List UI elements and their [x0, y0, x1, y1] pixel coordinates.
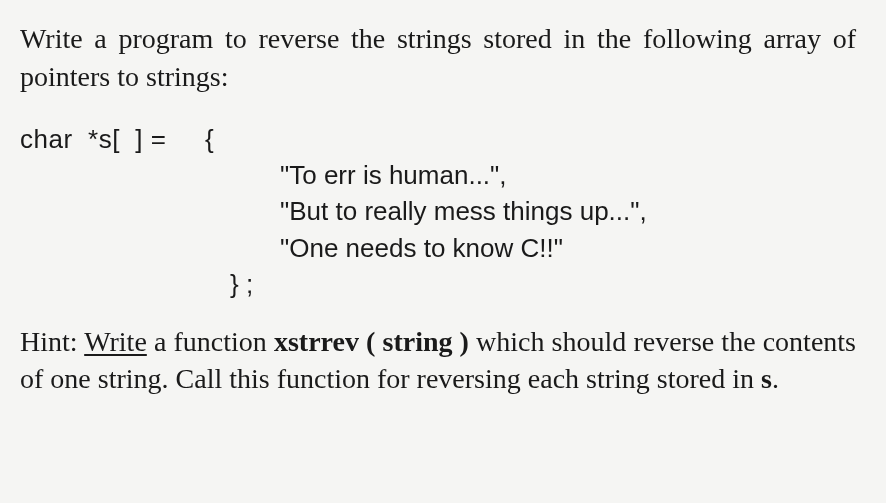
code-string-3: "One needs to know C!!": [280, 230, 856, 266]
code-close: } ;: [230, 266, 856, 302]
hint-text-2: a function: [147, 326, 274, 357]
hint-function-name: xstrrev ( string ): [274, 326, 469, 357]
hint-underlined-word: Write: [84, 326, 147, 357]
code-string-1: "To err is human...",: [280, 157, 856, 193]
hint-label: Hint:: [20, 326, 84, 357]
code-string-2: "But to really mess things up...",: [280, 193, 856, 229]
hint-paragraph: Hint: Write a function xstrrev ( string …: [20, 323, 856, 399]
hint-text-4: .: [772, 363, 779, 394]
intro-paragraph: Write a program to reverse the strings s…: [20, 20, 856, 96]
hint-variable: s: [761, 363, 772, 394]
document-page: Write a program to reverse the strings s…: [0, 0, 886, 418]
code-declaration: char *s[ ] = {: [20, 121, 856, 157]
code-block: char *s[ ] = { "To err is human...", "Bu…: [20, 121, 856, 303]
